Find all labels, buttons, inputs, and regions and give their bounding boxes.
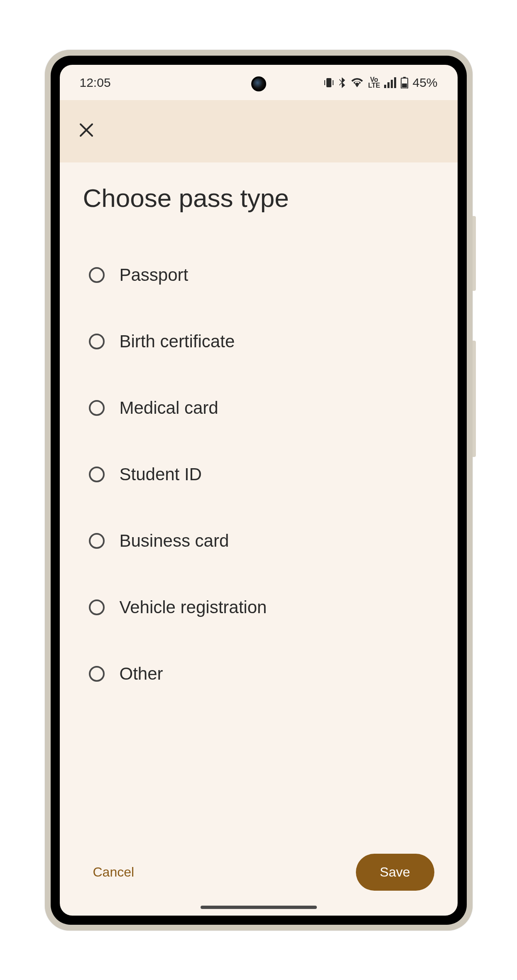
radio-icon [89,467,105,482]
radio-icon [89,400,105,416]
wifi-icon [350,77,364,88]
option-vehicle-registration[interactable]: Vehicle registration [83,574,434,641]
option-label: Medical card [120,398,218,418]
svg-rect-1 [324,80,325,85]
bluetooth-icon [338,76,346,89]
status-bar: 12:05 VoLTE [60,65,458,100]
page-title: Choose pass type [83,183,434,213]
option-business-card[interactable]: Business card [83,508,434,574]
option-label: Passport [120,265,189,285]
header-bar [60,100,458,162]
status-right: VoLTE 45% [324,76,437,90]
phone-frame: 12:05 VoLTE [45,50,473,931]
option-label: Other [120,664,163,684]
svg-rect-4 [387,82,390,88]
svg-rect-5 [391,80,393,88]
option-label: Student ID [120,464,202,484]
status-time: 12:05 [80,76,111,90]
svg-rect-3 [384,85,386,88]
camera-hole [251,76,266,91]
option-birth-certificate[interactable]: Birth certificate [83,308,434,375]
option-other[interactable]: Other [83,641,434,707]
volte-icon: VoLTE [368,77,380,88]
close-icon[interactable] [76,121,96,142]
option-student-id[interactable]: Student ID [83,441,434,508]
side-button [473,341,476,457]
svg-rect-9 [402,84,407,88]
radio-icon [89,267,105,283]
option-medical-card[interactable]: Medical card [83,375,434,441]
nav-handle[interactable] [201,906,317,909]
content-area: Choose pass type Passport Birth certific… [60,162,458,841]
phone-bezel: 12:05 VoLTE [51,56,467,925]
option-passport[interactable]: Passport [83,242,434,308]
svg-rect-2 [333,80,333,85]
radio-icon [89,334,105,349]
footer-bar: Cancel Save [60,841,458,916]
option-label: Business card [120,531,229,551]
battery-icon [401,77,408,88]
radio-icon [89,666,105,682]
cancel-button[interactable]: Cancel [93,865,135,880]
option-label: Birth certificate [120,332,235,351]
radio-icon [89,599,105,615]
svg-rect-6 [394,77,396,88]
battery-percent: 45% [412,76,437,90]
signal-icon [384,77,397,88]
vibrate-icon [324,77,334,88]
radio-icon [89,533,105,549]
option-label: Vehicle registration [120,597,267,617]
phone-screen: 12:05 VoLTE [60,65,458,916]
svg-rect-0 [326,78,331,87]
save-button[interactable]: Save [356,854,434,891]
side-button [473,216,476,291]
